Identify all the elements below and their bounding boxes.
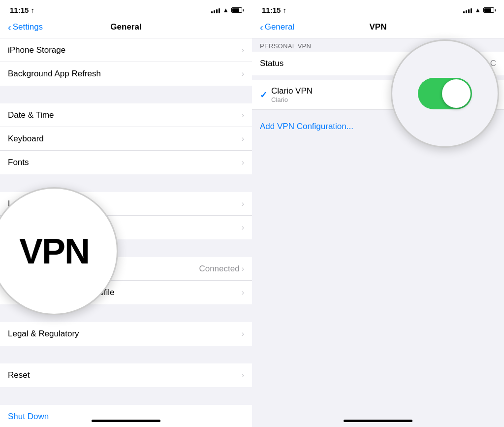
legal-right: › xyxy=(242,329,244,338)
chevron-icon-7: › xyxy=(242,223,244,232)
fonts-label: Fonts xyxy=(8,158,29,167)
clario-vpn-info: Clario VPN Clario xyxy=(271,86,313,103)
date-time-label: Date & Time xyxy=(8,110,54,120)
separator-1 xyxy=(0,86,252,103)
chevron-icon-10: › xyxy=(242,329,244,338)
right-home-indicator xyxy=(344,420,412,422)
right-status-time: 11:15 ↑ xyxy=(262,6,286,14)
left-back-label: Settings xyxy=(13,22,43,32)
shutdown-row[interactable]: Shut Down xyxy=(0,405,252,427)
background-refresh-row[interactable]: Background App Refresh › xyxy=(0,62,252,86)
signal-bar-3 xyxy=(216,9,218,13)
left-nav-bar: ‹ Settings General xyxy=(0,18,252,38)
right-back-label: General xyxy=(265,22,294,32)
separator-5 xyxy=(0,346,252,363)
right-content-area xyxy=(252,138,504,335)
right-signal-bars-icon xyxy=(463,7,472,13)
empty-right: › xyxy=(242,223,244,232)
chevron-icon: › xyxy=(242,46,244,55)
reset-right: › xyxy=(242,371,244,380)
chevron-icon-2: › xyxy=(242,69,244,78)
vpn-circle-text: VPN xyxy=(19,231,89,271)
ios-profile-right: › xyxy=(242,288,244,297)
chevron-icon-6: › xyxy=(242,199,244,208)
battery-icon xyxy=(231,7,242,13)
back-chevron-icon: ‹ xyxy=(8,22,11,32)
reset-row[interactable]: Reset › xyxy=(0,363,252,387)
vpn-toggle[interactable] xyxy=(418,78,472,109)
left-settings-group-1: iPhone Storage › Background App Refresh … xyxy=(0,38,252,86)
left-settings-group-7: Shut Down xyxy=(0,405,252,427)
left-back-button[interactable]: ‹ Settings xyxy=(8,22,43,32)
left-settings-group-5: Legal & Regulatory › xyxy=(0,322,252,346)
background-refresh-label: Background App Refresh xyxy=(8,69,101,79)
right-signal-bar-3 xyxy=(468,9,470,13)
signal-bar-1 xyxy=(211,11,213,13)
vpn-right: Connected › xyxy=(199,264,244,274)
right-back-chevron-icon: ‹ xyxy=(260,22,263,32)
chevron-icon-11: › xyxy=(242,371,244,380)
background-refresh-right: › xyxy=(242,69,244,78)
right-phone-screen: 11:15 ↑ ▲ ‹ General VPN PERSONAL VPN Sta… xyxy=(252,0,504,427)
date-time-row[interactable]: Date & Time › xyxy=(0,103,252,127)
status-label: Status xyxy=(260,59,284,68)
right-signal-bar-4 xyxy=(471,8,472,13)
iphone-storage-right: › xyxy=(242,46,244,55)
reset-label: Reset xyxy=(8,370,30,380)
right-battery-fill xyxy=(484,8,491,12)
battery-fill xyxy=(232,8,239,12)
right-signal-bar-2 xyxy=(466,10,467,13)
right-signal-bar-1 xyxy=(463,11,465,13)
left-status-icons: ▲ xyxy=(211,6,242,14)
right-nav-title: VPN xyxy=(370,22,387,32)
date-time-right: › xyxy=(242,111,244,120)
chevron-icon-4: › xyxy=(242,134,244,143)
clario-vpn-left: ✓ Clario VPN Clario xyxy=(260,86,313,103)
right-wifi-icon: ▲ xyxy=(474,6,481,14)
chevron-icon-3: › xyxy=(242,111,244,120)
left-settings-group-2: Date & Time › Keyboard › Fonts › xyxy=(0,103,252,174)
iphone-storage-row[interactable]: iPhone Storage › xyxy=(0,38,252,62)
iphone-storage-label: iPhone Storage xyxy=(8,45,65,55)
right-status-bar: 11:15 ↑ ▲ xyxy=(252,0,504,18)
language-region-right: › xyxy=(242,199,244,208)
legal-regulatory-label: Legal & Regulatory xyxy=(8,329,79,339)
legal-regulatory-row[interactable]: Legal & Regulatory › xyxy=(0,322,252,346)
right-nav-bar: ‹ General VPN xyxy=(252,18,504,38)
keyboard-right: › xyxy=(242,134,244,143)
left-phone-screen: 11:15 ↑ ▲ ‹ Settings General iPhone Stor… xyxy=(0,0,252,427)
chevron-icon-8: › xyxy=(242,264,244,273)
left-settings-group-6: Reset › xyxy=(0,363,252,387)
keyboard-row[interactable]: Keyboard › xyxy=(0,127,252,151)
signal-bars-icon xyxy=(211,7,220,13)
clario-vpn-name: Clario VPN xyxy=(271,86,313,96)
fonts-row[interactable]: Fonts › xyxy=(0,151,252,174)
fonts-right: › xyxy=(242,158,244,167)
chevron-icon-5: › xyxy=(242,158,244,167)
right-status-icons: ▲ xyxy=(463,6,494,14)
separator-6 xyxy=(0,387,252,405)
toggle-knob xyxy=(442,79,471,108)
right-battery-icon xyxy=(483,7,494,13)
wifi-icon: ▲ xyxy=(222,6,229,14)
left-status-time: 11:15 ↑ xyxy=(10,6,34,14)
checkmark-icon: ✓ xyxy=(260,90,267,100)
keyboard-label: Keyboard xyxy=(8,134,44,144)
vpn-toggle-circle xyxy=(391,39,499,148)
shutdown-label: Shut Down xyxy=(8,412,49,422)
left-home-indicator xyxy=(92,420,160,422)
signal-bar-2 xyxy=(214,10,215,13)
right-back-button[interactable]: ‹ General xyxy=(260,22,294,32)
clario-vpn-subtitle: Clario xyxy=(271,96,313,103)
left-nav-title: General xyxy=(110,22,141,32)
left-status-bar: 11:15 ↑ ▲ xyxy=(0,0,252,18)
signal-bar-4 xyxy=(219,8,220,13)
chevron-icon-9: › xyxy=(242,288,244,297)
vpn-status-value: Connected xyxy=(199,264,239,274)
